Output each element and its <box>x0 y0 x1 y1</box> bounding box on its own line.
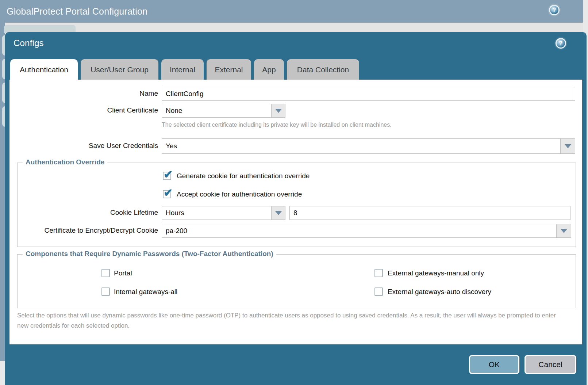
dialog-help-icon[interactable]: ? <box>556 38 566 49</box>
name-input[interactable] <box>162 87 575 101</box>
outer-window-titlebar: GlobalProtect Portal Configuration <box>0 0 583 23</box>
internal-gateways-all-checkbox[interactable]: ✔ <box>101 287 110 296</box>
cookie-certificate-value: pa-200 <box>162 227 556 235</box>
portal-checkbox[interactable]: ✔ <box>101 269 110 277</box>
accept-cookie-label: Accept cookie for authentication overrid… <box>177 190 302 198</box>
tab-internal[interactable]: Internal <box>161 59 204 80</box>
dialog-title: Configs <box>14 38 44 48</box>
tab-external[interactable]: External <box>207 59 251 80</box>
save-user-credentials-value: Yes <box>162 142 560 150</box>
external-gateways-auto-label: External gateways-auto discovery <box>388 288 491 296</box>
tab-authentication[interactable]: Authentication <box>10 59 78 80</box>
accept-cookie-checkbox[interactable]: ✔ <box>163 190 171 198</box>
chevron-down-icon <box>561 229 567 233</box>
generate-cookie-label: Generate cookie for authentication overr… <box>177 172 310 180</box>
dropdown-button[interactable] <box>556 224 571 237</box>
outer-window-content-strip <box>5 23 583 33</box>
cancel-button[interactable]: Cancel <box>524 355 576 374</box>
authentication-tab-panel: Name Client Certificate None The selecte… <box>9 80 582 344</box>
cookie-lifetime-unit-dropdown[interactable]: Hours <box>162 206 285 220</box>
question-glyph: ? <box>553 7 556 13</box>
tab-data-collection[interactable]: Data Collection <box>287 59 359 80</box>
portal-label: Portal <box>114 269 132 277</box>
client-certificate-label: Client Certificate <box>9 106 158 114</box>
ok-button[interactable]: OK <box>469 355 519 374</box>
chevron-down-icon <box>275 109 282 113</box>
cookie-lifetime-value-input[interactable] <box>289 206 570 220</box>
name-label: Name <box>9 89 158 98</box>
external-gateways-manual-checkbox[interactable]: ✔ <box>374 269 383 277</box>
cookie-certificate-dropdown[interactable]: pa-200 <box>162 224 571 238</box>
tab-app[interactable]: App <box>254 59 284 80</box>
client-certificate-helper-text: The selected client certificate includin… <box>162 122 392 128</box>
two-factor-legend: Components that Require Dynamic Password… <box>23 250 276 258</box>
outer-window-title: GlobalProtect Portal Configuration <box>7 0 147 23</box>
generate-cookie-checkbox[interactable]: ✔ <box>163 172 171 180</box>
check-icon: ✔ <box>164 186 173 199</box>
chevron-down-icon <box>275 211 282 215</box>
client-certificate-value: None <box>162 107 271 115</box>
tab-user-user-group[interactable]: User/User Group <box>81 59 158 80</box>
save-user-credentials-dropdown[interactable]: Yes <box>162 138 575 154</box>
external-gateways-manual-label: External gateways-manual only <box>388 269 484 277</box>
authentication-override-legend: Authentication Override <box>23 158 107 166</box>
chevron-down-icon <box>565 144 571 148</box>
dropdown-button[interactable] <box>271 104 285 117</box>
two-factor-group: Components that Require Dynamic Password… <box>17 254 576 308</box>
dropdown-button[interactable] <box>560 139 575 153</box>
two-factor-note: Select the options that will use dynamic… <box>17 310 567 331</box>
client-certificate-dropdown[interactable]: None <box>162 104 285 118</box>
save-user-credentials-label: Save User Credentials <box>9 142 158 150</box>
question-glyph: ? <box>559 40 563 46</box>
cookie-lifetime-unit-value: Hours <box>162 209 271 217</box>
dropdown-button[interactable] <box>271 206 285 220</box>
background-tab-remnant <box>4 25 76 33</box>
cookie-certificate-label: Certificate to Encrypt/Decrypt Cookie <box>9 226 158 235</box>
external-gateways-auto-checkbox[interactable]: ✔ <box>374 287 383 296</box>
cookie-lifetime-label: Cookie Lifetime <box>9 209 158 217</box>
check-icon: ✔ <box>164 168 173 181</box>
configs-dialog: Configs ? Authentication User/User Group… <box>5 32 587 385</box>
internal-gateways-all-label: Internal gateways-all <box>114 288 177 296</box>
tab-bar: Authentication User/User Group Internal … <box>10 59 359 80</box>
outer-help-icon[interactable]: ? <box>549 5 560 15</box>
